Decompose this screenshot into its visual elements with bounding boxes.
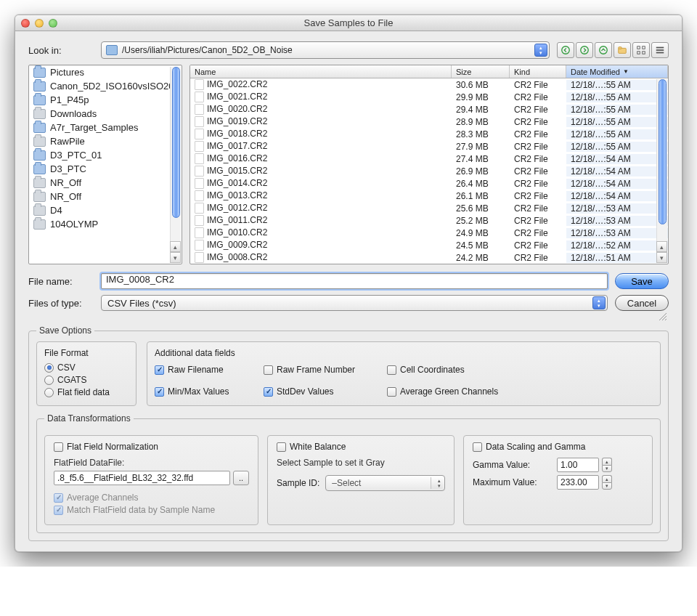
titlebar[interactable]: Save Samples to File <box>15 15 682 31</box>
checkbox[interactable] <box>264 365 273 375</box>
sort-desc-icon: ▼ <box>623 68 629 75</box>
table-row[interactable]: IMG_0008.CR224.2 MBCR2 File12/18/…:51 AM <box>190 251 668 264</box>
sidebar-item[interactable]: 104OLYMP <box>29 217 182 231</box>
radio[interactable] <box>44 376 54 385</box>
list-view-button[interactable] <box>651 42 669 58</box>
lookin-combo[interactable]: /Users/iliah/Pictures/Canon_5D2_OB_Noise <box>101 41 550 59</box>
checkbox[interactable] <box>155 365 164 375</box>
option-label: Flat field data <box>57 387 110 397</box>
chevron-updown-icon[interactable] <box>592 296 606 309</box>
new-folder-button[interactable] <box>614 42 631 58</box>
checkbox[interactable] <box>387 365 396 375</box>
sidebar-item[interactable]: D4 <box>29 203 182 217</box>
sample-id-label: Sample ID: <box>277 478 319 488</box>
table-row[interactable]: IMG_0020.CR229.4 MBCR2 File12/18/…:55 AM <box>190 103 668 115</box>
additional-option[interactable]: Average Green Channels <box>387 386 525 397</box>
file-kind: CR2 File <box>510 129 566 139</box>
table-row[interactable]: IMG_0012.CR225.6 MBCR2 File12/18/…:53 AM <box>190 202 668 214</box>
scrollbar-thumb[interactable] <box>172 67 180 218</box>
table-row[interactable]: IMG_0015.CR226.9 MBCR2 File12/18/…:54 AM <box>190 165 668 177</box>
table-row[interactable]: IMG_0014.CR226.4 MBCR2 File12/18/…:54 AM <box>190 177 668 190</box>
file-icon <box>195 252 204 263</box>
additional-option[interactable]: Raw Frame Number <box>264 365 387 375</box>
nav-back-button[interactable] <box>557 42 574 58</box>
additional-option[interactable]: Min/Max Values <box>155 386 264 397</box>
table-row[interactable]: IMG_0010.CR224.9 MBCR2 File12/18/…:53 AM <box>190 227 668 239</box>
filetype-combo[interactable]: CSV Files (*csv) <box>101 295 608 311</box>
nav-forward-button[interactable] <box>576 42 593 58</box>
radio[interactable] <box>44 388 54 397</box>
gamma-stepper[interactable]: ▴▾ <box>602 458 612 472</box>
sidebar-item[interactable]: RawPile <box>29 134 182 148</box>
checkbox[interactable] <box>155 387 164 397</box>
chevron-updown-icon[interactable] <box>534 44 547 57</box>
whitebalance-toggle[interactable] <box>277 442 286 452</box>
max-input[interactable]: 233.00 <box>557 475 599 490</box>
sidebar-scrollbar[interactable] <box>170 66 181 252</box>
folder-icon <box>33 206 46 216</box>
table-row[interactable]: IMG_0013.CR226.1 MBCR2 File12/18/…:54 AM <box>190 190 668 202</box>
flatfield-head: Flat Field Normalization <box>67 442 158 452</box>
table-row[interactable]: IMG_0016.CR227.4 MBCR2 File12/18/…:54 AM <box>190 153 668 165</box>
additional-option[interactable]: Raw Filename <box>155 365 264 375</box>
sample-id-select[interactable]: –Select ▴▾ <box>325 475 445 491</box>
checkbox[interactable] <box>387 387 396 397</box>
filelist-scrollbar[interactable] <box>656 78 667 252</box>
sidebar-item[interactable]: A7r_Target_Samples <box>29 121 182 134</box>
additional-option[interactable]: Cell Coordinates <box>387 365 525 375</box>
scaling-toggle[interactable] <box>473 442 482 452</box>
table-row[interactable]: IMG_0019.CR228.9 MBCR2 File12/18/…:55 AM <box>190 115 668 128</box>
sidebar-item[interactable]: NR_Off <box>29 190 182 203</box>
col-kind[interactable]: Kind <box>510 65 566 78</box>
scroll-down-button[interactable]: ▾ <box>170 252 181 263</box>
col-name[interactable]: Name <box>190 65 452 78</box>
file-format-option[interactable]: CGATS <box>44 375 129 385</box>
column-headers[interactable]: Name Size Kind Date Modified▼ <box>190 65 668 78</box>
folder-icon <box>33 109 46 119</box>
file-format-option[interactable]: CSV <box>44 362 129 373</box>
file-kind: CR2 File <box>510 253 566 263</box>
icon-view-button[interactable] <box>632 42 650 58</box>
sidebar-item[interactable]: NR_Off <box>29 176 182 190</box>
filename-input[interactable]: IMG_0008_CR2 <box>101 273 608 289</box>
nav-toolbar <box>557 42 669 58</box>
radio[interactable] <box>44 363 54 373</box>
flatfield-datafile-input[interactable]: .8_f5.6__FlatField_BL32_32_32.ffd <box>54 471 230 485</box>
max-stepper[interactable]: ▴▾ <box>602 475 612 490</box>
resize-grip[interactable] <box>28 312 669 321</box>
file-name: IMG_0021.CR2 <box>207 92 267 102</box>
save-options-legend: Save Options <box>36 325 94 336</box>
scroll-up-button[interactable]: ▴ <box>170 241 181 252</box>
sidebar-item[interactable]: Downloads <box>29 107 182 121</box>
sidebar-item[interactable]: D3_PTC <box>29 162 182 176</box>
file-format-option[interactable]: Flat field data <box>44 387 129 397</box>
flatfield-toggle[interactable] <box>54 442 63 452</box>
scroll-up-button[interactable]: ▴ <box>656 241 667 252</box>
table-row[interactable]: IMG_0021.CR229.9 MBCR2 File12/18/…:55 AM <box>190 91 668 103</box>
sidebar-item[interactable]: D3_PTC_01 <box>29 148 182 162</box>
table-row[interactable]: IMG_0022.CR230.6 MBCR2 File12/18/…:55 AM <box>190 78 668 91</box>
save-button[interactable]: Save <box>615 273 669 289</box>
col-size[interactable]: Size <box>452 65 510 78</box>
browse-button[interactable]: .. <box>233 471 249 485</box>
file-icon <box>195 190 204 201</box>
sidebar-item[interactable]: P1_P45p <box>29 93 182 107</box>
sidebar-item[interactable]: Canon_5D2_ISO160vsISO200 <box>29 79 182 93</box>
cancel-button[interactable]: Cancel <box>615 295 669 311</box>
additional-option[interactable]: StdDev Values <box>264 386 387 397</box>
nav-up-button[interactable] <box>595 42 612 58</box>
file-date: 12/18/…:54 AM <box>566 166 668 177</box>
file-size: 29.9 MB <box>452 92 510 102</box>
lookin-label: Look in: <box>28 45 94 56</box>
gamma-input[interactable]: 1.00 <box>557 458 599 472</box>
checkbox[interactable] <box>264 387 273 397</box>
table-row[interactable]: IMG_0009.CR224.5 MBCR2 File12/18/…:52 AM <box>190 239 668 251</box>
sidebar-item[interactable]: Pictures <box>29 65 182 79</box>
table-row[interactable]: IMG_0018.CR228.3 MBCR2 File12/18/…:55 AM <box>190 128 668 140</box>
col-date-modified[interactable]: Date Modified▼ <box>566 65 668 78</box>
table-row[interactable]: IMG_0017.CR227.9 MBCR2 File12/18/…:55 AM <box>190 140 668 153</box>
scrollbar-thumb[interactable] <box>659 79 667 224</box>
file-size: 24.2 MB <box>452 253 510 263</box>
scroll-down-button[interactable]: ▾ <box>656 252 667 263</box>
table-row[interactable]: IMG_0011.CR225.2 MBCR2 File12/18/…:53 AM <box>190 214 668 227</box>
